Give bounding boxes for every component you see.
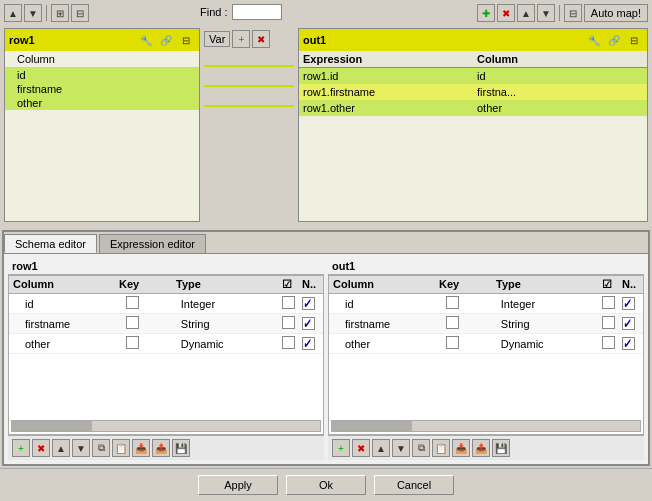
left-schema-row-1[interactable]: firstname String ✓ bbox=[9, 314, 323, 334]
right-row-1-expr: row1.firstname bbox=[299, 85, 473, 99]
left-n-header: N.. bbox=[298, 276, 323, 293]
ok-button[interactable]: Ok bbox=[286, 475, 366, 495]
right-copy-button[interactable]: ⧉ bbox=[412, 439, 430, 457]
left-table: row1 🔧 🔗 ⊟ Column id firstname other bbox=[4, 28, 200, 222]
left-row-id[interactable]: id bbox=[5, 68, 199, 82]
left-schema-row-0[interactable]: id Integer ✓ bbox=[9, 294, 323, 314]
right-check-1-checkbox[interactable] bbox=[602, 316, 615, 329]
right-row-2-check bbox=[598, 334, 618, 353]
find-input[interactable] bbox=[232, 4, 282, 20]
right-schema-row-1[interactable]: firstname String ✓ bbox=[329, 314, 643, 334]
automap-button[interactable]: Auto map! bbox=[584, 4, 648, 22]
right-export-button[interactable]: 📤 bbox=[472, 439, 490, 457]
right-key-1-checkbox[interactable] bbox=[446, 316, 459, 329]
right-schema-panel: out1 Column Key Type ☑ N.. id Integer bbox=[328, 258, 644, 460]
right-import-button[interactable]: 📥 bbox=[452, 439, 470, 457]
right-remove-button[interactable]: ✖ bbox=[352, 439, 370, 457]
right-n-1-checkbox[interactable]: ✓ bbox=[622, 317, 635, 330]
left-remove-button[interactable]: ✖ bbox=[32, 439, 50, 457]
cancel-button[interactable]: Cancel bbox=[374, 475, 454, 495]
right-key-0-checkbox[interactable] bbox=[446, 296, 459, 309]
right-key-2-checkbox[interactable] bbox=[446, 336, 459, 349]
left-row-other[interactable]: other bbox=[5, 96, 199, 110]
right-row-1-n: ✓ bbox=[618, 315, 643, 332]
left-check-2-checkbox[interactable] bbox=[282, 336, 295, 349]
left-paste-button[interactable]: 📋 bbox=[112, 439, 130, 457]
column-col-header: Column bbox=[473, 51, 647, 67]
down-mapping-button[interactable]: ▼ bbox=[537, 4, 555, 22]
left-copy-button[interactable]: ⧉ bbox=[92, 439, 110, 457]
left-table-link-icon[interactable]: 🔗 bbox=[157, 31, 175, 49]
left-row-1-check bbox=[278, 314, 298, 333]
main-container: ▲ ▼ ⊞ ⊟ Find : ✚ ✖ ▲ ▼ ⊟ Auto map! row1 bbox=[0, 0, 652, 501]
left-key-1-checkbox[interactable] bbox=[126, 316, 139, 329]
left-n-2-checkbox[interactable]: ✓ bbox=[302, 337, 315, 350]
right-table: out1 🔧 🔗 ⊟ Expression Column row1.id id bbox=[298, 28, 648, 222]
left-row-0-check bbox=[278, 294, 298, 313]
left-down-button[interactable]: ▼ bbox=[72, 439, 90, 457]
right-table-view-icon[interactable]: ⊟ bbox=[625, 31, 643, 49]
tab-schema-editor[interactable]: Schema editor bbox=[4, 234, 97, 253]
left-schema-panel: row1 Column Key Type ☑ N.. id Integer bbox=[8, 258, 324, 460]
tab-expression-editor[interactable]: Expression editor bbox=[99, 234, 206, 253]
right-n-2-checkbox[interactable]: ✓ bbox=[622, 337, 635, 350]
left-export-button[interactable]: 📤 bbox=[152, 439, 170, 457]
left-key-2-checkbox[interactable] bbox=[126, 336, 139, 349]
right-row-1-type: String bbox=[497, 316, 598, 332]
right-check-0-checkbox[interactable] bbox=[602, 296, 615, 309]
right-table-link-icon[interactable]: 🔗 bbox=[605, 31, 623, 49]
right-row-1-check bbox=[598, 314, 618, 333]
layout-button[interactable]: ⊟ bbox=[71, 4, 89, 22]
right-down-button[interactable]: ▼ bbox=[392, 439, 410, 457]
right-type-header: Type bbox=[492, 276, 598, 293]
left-check-1-checkbox[interactable] bbox=[282, 316, 295, 329]
left-n-1-checkbox[interactable]: ✓ bbox=[302, 317, 315, 330]
right-paste-button[interactable]: 📋 bbox=[432, 439, 450, 457]
right-row-2[interactable]: row1.other other bbox=[299, 100, 647, 116]
move-down-button[interactable]: ▼ bbox=[24, 4, 42, 22]
var-remove-button[interactable]: ✖ bbox=[252, 30, 270, 48]
right-save-button[interactable]: 💾 bbox=[492, 439, 510, 457]
right-table-edit-icon[interactable]: 🔧 bbox=[585, 31, 603, 49]
left-import-button[interactable]: 📥 bbox=[132, 439, 150, 457]
left-row-2-type: Dynamic bbox=[177, 336, 278, 352]
split-button[interactable]: ⊟ bbox=[564, 4, 582, 22]
add-mapping-button[interactable]: ✚ bbox=[477, 4, 495, 22]
left-table-view-icon[interactable]: ⊟ bbox=[177, 31, 195, 49]
schema-area: Schema editor Expression editor row1 Col… bbox=[2, 230, 650, 466]
left-row-2-key bbox=[122, 334, 177, 353]
left-row-1-n: ✓ bbox=[298, 315, 323, 332]
right-row-1-key bbox=[442, 314, 497, 333]
left-row-firstname[interactable]: firstname bbox=[5, 82, 199, 96]
right-check-2-checkbox[interactable] bbox=[602, 336, 615, 349]
up-mapping-button[interactable]: ▲ bbox=[517, 4, 535, 22]
right-schema-row-2[interactable]: other Dynamic ✓ bbox=[329, 334, 643, 354]
remove-mapping-button[interactable]: ✖ bbox=[497, 4, 515, 22]
left-add-button[interactable]: + bbox=[12, 439, 30, 457]
right-add-button[interactable]: + bbox=[332, 439, 350, 457]
left-n-0-checkbox[interactable]: ✓ bbox=[302, 297, 315, 310]
right-key-header: Key bbox=[435, 276, 492, 293]
right-table-header: Expression Column bbox=[299, 51, 647, 68]
right-row-0-col: id bbox=[473, 69, 647, 83]
right-n-0-checkbox[interactable]: ✓ bbox=[622, 297, 635, 310]
left-schema-row-2[interactable]: other Dynamic ✓ bbox=[9, 334, 323, 354]
move-up-button[interactable]: ▲ bbox=[4, 4, 22, 22]
left-scrollbar[interactable] bbox=[11, 420, 321, 432]
right-row-1[interactable]: row1.firstname firstna... bbox=[299, 84, 647, 100]
left-save-button[interactable]: 💾 bbox=[172, 439, 190, 457]
right-scrollbar[interactable] bbox=[331, 420, 641, 432]
view-button[interactable]: ⊞ bbox=[51, 4, 69, 22]
left-key-0-checkbox[interactable] bbox=[126, 296, 139, 309]
right-up-button[interactable]: ▲ bbox=[372, 439, 390, 457]
right-schema-row-0[interactable]: id Integer ✓ bbox=[329, 294, 643, 314]
apply-button[interactable]: Apply bbox=[198, 475, 278, 495]
right-row-0[interactable]: row1.id id bbox=[299, 68, 647, 84]
left-row-0-type: Integer bbox=[177, 296, 278, 312]
left-up-button[interactable]: ▲ bbox=[52, 439, 70, 457]
left-check-0-checkbox[interactable] bbox=[282, 296, 295, 309]
var-add-button[interactable]: + bbox=[232, 30, 250, 48]
left-table-edit-icon[interactable]: 🔧 bbox=[137, 31, 155, 49]
mapping-lines-svg bbox=[204, 50, 294, 222]
right-row-1-col: firstname bbox=[329, 316, 442, 332]
